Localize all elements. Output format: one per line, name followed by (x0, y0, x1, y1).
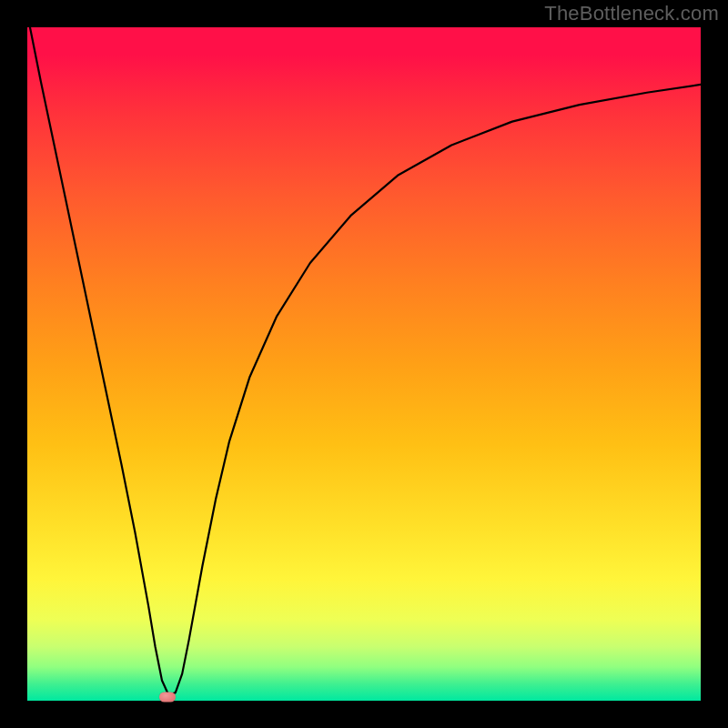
bottleneck-curve (27, 27, 701, 701)
optimal-point-marker (159, 692, 176, 702)
watermark-label: TheBottleneck.com (544, 2, 719, 25)
chart-frame: TheBottleneck.com (0, 0, 728, 728)
plot-area (27, 27, 701, 701)
